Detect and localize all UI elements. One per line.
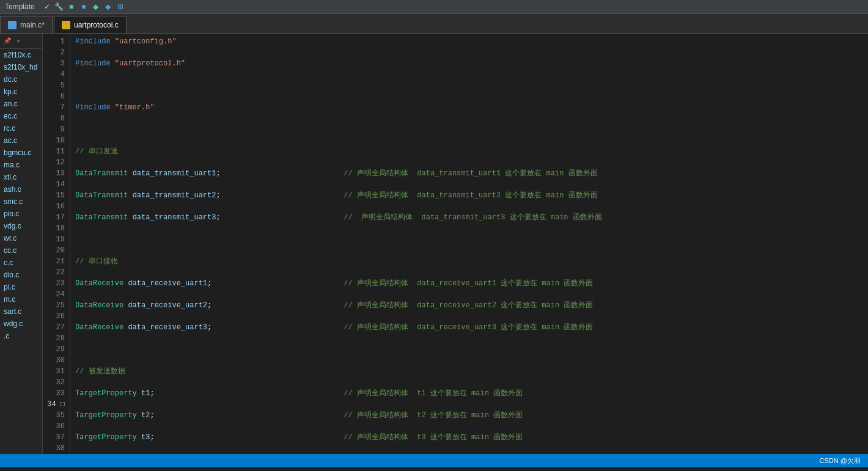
tab-main-c[interactable]: main.c* <box>0 16 53 33</box>
line-num-24: 24 <box>43 289 65 300</box>
status-bar: CSDN @欠羽 <box>0 454 868 467</box>
tab-uartprotocol-c[interactable]: uartprotocol.c <box>54 16 127 33</box>
toolbar-icon3[interactable]: ■ <box>79 2 89 12</box>
sidebar-item-pi-c[interactable]: pi.c <box>0 281 42 293</box>
sidebar-item-xti-c[interactable]: xti.c <box>0 171 42 183</box>
line-num-27: 27 <box>43 322 65 333</box>
checkmark-icon: ✓ <box>42 2 52 12</box>
sidebar-item-cc-c[interactable]: cc.c <box>0 244 42 257</box>
line-num-38: 38 <box>43 443 65 454</box>
line-num-12: 12 <box>43 157 65 168</box>
code-line-7: DataTransmit data_transmit_uart1; // 声明全… <box>75 168 863 179</box>
sidebar-item-bgmcu-c[interactable]: bgmcu.c <box>0 147 42 159</box>
code-line-13: DataReceive data_receive_uart2; // 声明全局结… <box>75 300 863 311</box>
sidebar-item-pio-c[interactable]: pio.c <box>0 208 42 220</box>
code-line-2: #include "uartprotocol.h" <box>75 58 863 69</box>
line-num-32: 32 <box>43 377 65 388</box>
line-num-20: 20 <box>43 245 65 256</box>
line-num-6: 6 <box>43 91 65 102</box>
line-num-9: 9 <box>43 124 65 135</box>
code-line-16: // 被发送数据 <box>75 366 863 377</box>
sidebar-item-ash-c[interactable]: ash.c <box>0 183 42 195</box>
uartprotocol-file-icon <box>62 21 70 29</box>
editor: 1 2 3 4 5 6 7 8 9 10 11 12 13 14 15 16 1… <box>43 34 868 454</box>
title-icons: ✓ 🔧 ■ ■ ◆ ◆ ⊞ <box>42 2 125 12</box>
toolbar-icon1: 🔧 <box>54 2 64 12</box>
code-line-6: // 串口发送 <box>75 146 863 157</box>
sidebar-item-wr-c[interactable]: wr.c <box>0 232 42 244</box>
line-num-26: 26 <box>43 311 65 322</box>
sidebar-item-ec-c[interactable]: ec.c <box>0 110 42 122</box>
line-num-28: 28 <box>43 333 65 344</box>
line-num-3: 3 <box>43 58 65 69</box>
sidebar-item-rc-c[interactable]: rc.c <box>0 122 42 134</box>
line-num-31: 31 <box>43 366 65 377</box>
line-num-2: 2 <box>43 47 65 58</box>
main-layout: 📌 ✕ s2f10x.c s2f10x_hd dc.c kp.c an.c ec… <box>0 34 868 454</box>
toolbar-icon4[interactable]: ◆ <box>91 2 101 12</box>
status-text: CSDN @欠羽 <box>820 456 861 466</box>
sidebar-item-s2f10x-c[interactable]: s2f10x.c <box>0 49 42 61</box>
code-area[interactable]: 1 2 3 4 5 6 7 8 9 10 11 12 13 14 15 16 1… <box>43 34 868 454</box>
sidebar-item-wdg-c[interactable]: wdg.c <box>0 318 42 330</box>
sidebar-item-an-c[interactable]: an.c <box>0 98 42 110</box>
code-line-18: TargetProperty t2; // 声明全局结构体 t2 这个要放在 m… <box>75 410 863 421</box>
sidebar-item-sart-c[interactable]: sart.c <box>0 305 42 318</box>
line-num-5: 5 <box>43 80 65 91</box>
tabs-bar: main.c* uartprotocol.c <box>0 14 868 34</box>
sidebar-item-smc-c[interactable]: smc.c <box>0 195 42 208</box>
line-num-34: 34 □ <box>43 399 65 410</box>
line-num-14: 14 <box>43 179 65 190</box>
line-num-10: 10 <box>43 135 65 146</box>
line-num-30: 30 <box>43 355 65 366</box>
line-num-21: 21 <box>43 256 65 267</box>
code-line-19: TargetProperty t3; // 声明全局结构体 t3 这个要放在 m… <box>75 432 863 443</box>
sidebar-item-kp-c[interactable]: kp.c <box>0 86 42 98</box>
sidebar-item-vdg-c[interactable]: vdg.c <box>0 220 42 232</box>
line-num-13: 13 <box>43 168 65 179</box>
toolbar-icon6[interactable]: ⊞ <box>116 2 125 12</box>
sidebar-item-s2f10x-hd[interactable]: s2f10x_hd <box>0 61 42 73</box>
code-line-17: TargetProperty t1; // 声明全局结构体 t1 这个要放在 m… <box>75 388 863 399</box>
line-num-19: 19 <box>43 234 65 245</box>
sidebar: 📌 ✕ s2f10x.c s2f10x_hd dc.c kp.c an.c ec… <box>0 34 43 454</box>
sidebar-close-btn[interactable]: ✕ <box>13 36 23 46</box>
code-line-8: DataTransmit data_transmit_uart2; // 声明全… <box>75 190 863 201</box>
line-num-22: 22 <box>43 267 65 278</box>
line-num-29: 29 <box>43 344 65 355</box>
toolbar-icon5[interactable]: ◆ <box>103 2 113 12</box>
line-num-35: 35 <box>43 410 65 421</box>
line-num-15: 15 <box>43 190 65 201</box>
line-num-17: 17 <box>43 212 65 223</box>
toolbar-icon2[interactable]: ■ <box>67 2 76 12</box>
code-content[interactable]: #include "uartconfig.h" #include "uartpr… <box>70 34 868 454</box>
code-line-9: DataTransmit data_transmit_uart3; // 声明全… <box>75 212 863 223</box>
sidebar-item-ma-c[interactable]: ma.c <box>0 159 42 171</box>
sidebar-item-dc-c[interactable]: dc.c <box>0 73 42 86</box>
line-numbers: 1 2 3 4 5 6 7 8 9 10 11 12 13 14 15 16 1… <box>43 34 70 454</box>
line-num-37: 37 <box>43 432 65 443</box>
title-bar: Template ✓ 🔧 ■ ■ ◆ ◆ ⊞ <box>0 0 868 14</box>
code-line-11: // 串口接收 <box>75 256 863 267</box>
sidebar-item-m-c[interactable]: m.c <box>0 293 42 305</box>
line-num-36: 36 <box>43 421 65 432</box>
sidebar-pin-btn[interactable]: 📌 <box>2 36 12 46</box>
code-line-3 <box>75 80 863 91</box>
line-num-8: 8 <box>43 113 65 124</box>
sidebar-controls: 📌 ✕ <box>0 34 42 49</box>
tab-main-c-label: main.c* <box>20 21 45 29</box>
line-num-16: 16 <box>43 201 65 212</box>
sidebar-item-ac-c[interactable]: ac.c <box>0 134 42 147</box>
line-num-33: 33 <box>43 388 65 399</box>
sidebar-item-c-c[interactable]: c.c <box>0 257 42 269</box>
line-num-1: 1 <box>43 36 65 47</box>
sidebar-item-dot-c[interactable]: .c <box>0 330 42 342</box>
line-num-18: 18 <box>43 223 65 234</box>
line-num-4: 4 <box>43 69 65 80</box>
code-line-5 <box>75 124 863 135</box>
code-line-12: DataReceive data_receive_uart1; // 声明全局结… <box>75 278 863 289</box>
line-num-23: 23 <box>43 278 65 289</box>
sidebar-item-dio-c[interactable]: dio.c <box>0 269 42 281</box>
line-num-25: 25 <box>43 300 65 311</box>
line-num-7: 7 <box>43 102 65 113</box>
